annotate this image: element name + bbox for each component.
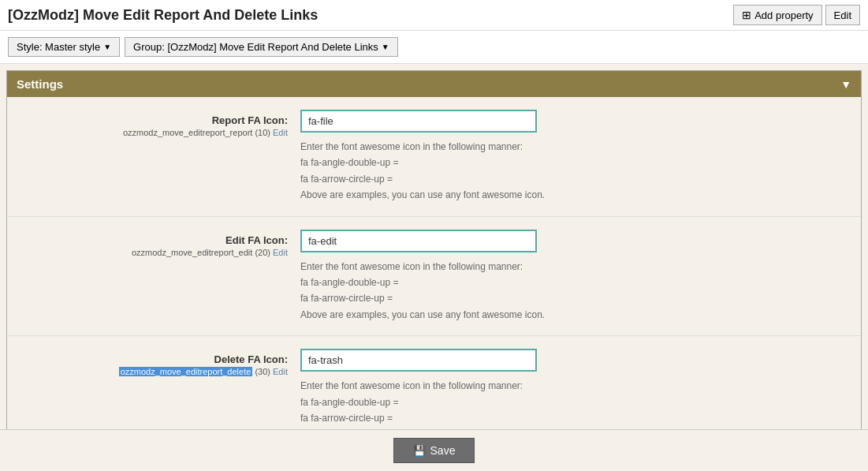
settings-header: Settings ▼	[7, 71, 861, 97]
hint-line-4: Above are examples, you can use any font…	[300, 187, 851, 203]
property-label-col-delete: Delete FA Icon: ozzmodz_move_editreport_…	[17, 349, 300, 376]
edit-fa-icon-input[interactable]	[300, 230, 537, 252]
page-title: [OzzModz] Move Edit Report And Delete Li…	[8, 7, 318, 24]
edit-button[interactable]: Edit	[825, 5, 860, 25]
hint-line-2: fa fa-angle-double-up =	[300, 155, 851, 170]
hint-line-1: Enter the font awesome icon in the follo…	[300, 259, 851, 275]
hint-line-1: Enter the font awesome icon in the follo…	[300, 139, 851, 155]
property-label-col-report: Report FA Icon: ozzmodz_move_editreport_…	[17, 110, 300, 137]
delete-fa-icon-input[interactable]	[300, 349, 537, 372]
hint-line-1: Enter the font awesome icon in the follo…	[300, 378, 851, 394]
report-icon-hint: Enter the font awesome icon in the follo…	[300, 139, 851, 204]
save-bar: 💾 Save	[0, 429, 868, 471]
toolbar: Style: Master style ▼ Group: [OzzModz] M…	[0, 31, 868, 64]
add-property-button[interactable]: ⊞ Add property	[733, 5, 821, 25]
report-icon-meta: ozzmodz_move_editreport_report (10) Edit	[17, 128, 288, 137]
hint-line-3: fa fa-arrow-circle-up =	[300, 290, 851, 306]
edit-edit-link[interactable]: Edit	[273, 248, 288, 257]
delete-meta-text-highlighted: ozzmodz_move_editreport_delete	[119, 367, 253, 376]
edit-icon-label: Edit FA Icon:	[17, 234, 288, 246]
hint-line-2: fa fa-angle-double-up =	[300, 394, 851, 410]
chevron-down-icon: ▼	[103, 43, 111, 51]
settings-panel: Settings ▼ Report FA Icon: ozzmodz_move_…	[6, 70, 862, 456]
report-icon-label: Report FA Icon:	[17, 114, 288, 126]
save-icon: 💾	[413, 445, 426, 457]
chevron-down-icon: ▼	[840, 78, 851, 91]
group-dropdown[interactable]: Group: [OzzModz] Move Edit Report And De…	[125, 37, 398, 57]
plus-box-icon: ⊞	[742, 9, 751, 21]
property-input-col-report: Enter the font awesome icon in the follo…	[300, 110, 851, 204]
delete-icon-meta: ozzmodz_move_editreport_delete (30) Edit	[17, 367, 288, 376]
property-row-edit: Edit FA Icon: ozzmodz_move_editreport_ed…	[7, 217, 861, 337]
delete-meta-count: (30)	[255, 367, 270, 376]
report-meta-text: ozzmodz_move_editreport_report (10)	[123, 128, 270, 137]
report-fa-icon-input[interactable]	[300, 110, 537, 133]
edit-icon-hint: Enter the font awesome icon in the follo…	[300, 259, 851, 323]
header-buttons: ⊞ Add property Edit	[733, 5, 860, 25]
hint-line-4: Above are examples, you can use any font…	[300, 307, 851, 323]
style-dropdown[interactable]: Style: Master style ▼	[8, 37, 120, 57]
page-header: [OzzModz] Move Edit Report And Delete Li…	[0, 0, 868, 31]
settings-title: Settings	[17, 77, 63, 91]
property-row-report: Report FA Icon: ozzmodz_move_editreport_…	[7, 97, 861, 217]
settings-content: Report FA Icon: ozzmodz_move_editreport_…	[7, 97, 861, 455]
edit-meta-text: ozzmodz_move_editreport_edit (20)	[132, 248, 270, 257]
property-input-col-delete: Enter the font awesome icon in the follo…	[300, 349, 851, 443]
hint-line-3: fa fa-arrow-circle-up =	[300, 171, 851, 187]
hint-line-3: fa fa-arrow-circle-up =	[300, 410, 851, 426]
save-button[interactable]: 💾 Save	[393, 438, 475, 463]
delete-edit-link[interactable]: Edit	[273, 367, 288, 376]
property-label-col-edit: Edit FA Icon: ozzmodz_move_editreport_ed…	[17, 230, 300, 257]
delete-icon-label: Delete FA Icon:	[17, 353, 288, 365]
property-input-col-edit: Enter the font awesome icon in the follo…	[300, 230, 851, 323]
report-edit-link[interactable]: Edit	[273, 128, 288, 137]
hint-line-2: fa fa-angle-double-up =	[300, 275, 851, 290]
edit-icon-meta: ozzmodz_move_editreport_edit (20) Edit	[17, 248, 288, 257]
chevron-down-icon: ▼	[382, 43, 389, 51]
